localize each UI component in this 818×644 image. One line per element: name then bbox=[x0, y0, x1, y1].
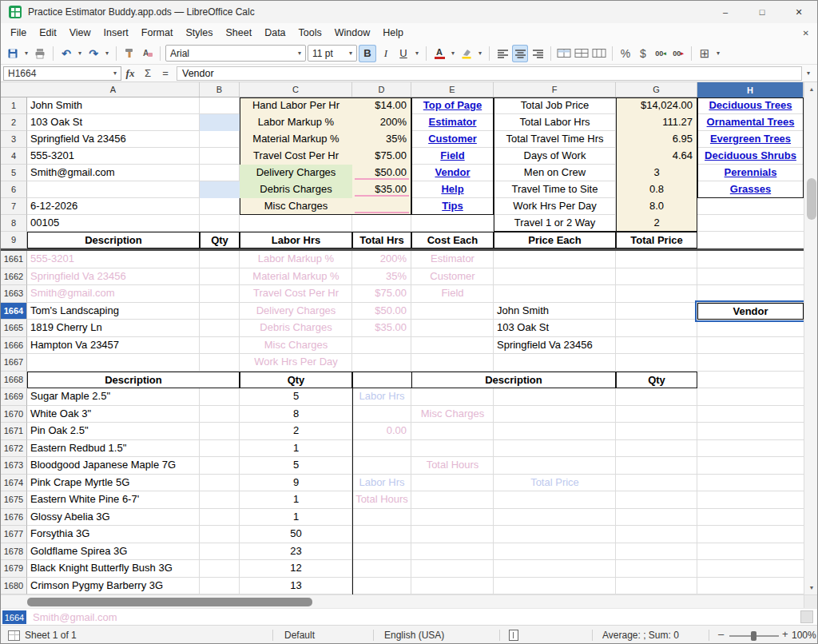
link-E3[interactable]: Customer bbox=[411, 131, 494, 148]
cell-A1666[interactable]: Hampton Va 23457 bbox=[27, 337, 200, 355]
cell-A1680[interactable]: Crimson Pygmy Barberry 3G bbox=[27, 578, 200, 595]
row-header-1663[interactable]: 1663 bbox=[1, 285, 27, 303]
minimize-button[interactable]: – bbox=[707, 1, 744, 23]
close-document-icon[interactable]: ✕ bbox=[803, 29, 809, 38]
cell-D4[interactable]: $75.00 bbox=[352, 148, 411, 165]
cell-C7[interactable]: Misc Charges bbox=[240, 198, 352, 215]
row-header-1675[interactable]: 1675 bbox=[1, 491, 27, 509]
borders-button[interactable]: ⊞ bbox=[697, 45, 713, 62]
cell-C5[interactable]: Delivery Charges bbox=[240, 165, 352, 181]
row-header-3[interactable]: 3 bbox=[1, 131, 27, 148]
cell-E1668[interactable]: Description bbox=[411, 372, 616, 389]
cell-F1[interactable]: Total Job Price bbox=[494, 97, 616, 114]
row-header-2[interactable]: 2 bbox=[1, 114, 27, 131]
highlight-color-button[interactable] bbox=[459, 45, 475, 62]
cell-F3[interactable]: Total Travel Time Hrs bbox=[494, 131, 616, 148]
row-header-1676[interactable]: 1676 bbox=[1, 509, 27, 527]
cell-F4[interactable]: Days of Work bbox=[494, 148, 616, 165]
name-box[interactable]: H1664 ▾ bbox=[3, 66, 121, 81]
zoom-slider-thumb[interactable] bbox=[751, 631, 756, 641]
cell-A1665[interactable]: 1819 Cherry Ln bbox=[27, 320, 200, 337]
underline-dropdown[interactable]: ▾ bbox=[413, 45, 421, 62]
row-header-1672[interactable]: 1672 bbox=[1, 440, 27, 458]
equals-button[interactable]: = bbox=[157, 67, 174, 79]
cell-A2[interactable]: 103 Oak St bbox=[27, 114, 200, 131]
link-E4[interactable]: Field bbox=[411, 148, 494, 165]
bold-button[interactable]: B bbox=[359, 45, 376, 62]
cell-D9[interactable]: Total Hrs bbox=[352, 232, 411, 248]
insert-mode-icon[interactable] bbox=[509, 630, 518, 641]
cell-G7[interactable]: 8.0 bbox=[616, 198, 697, 215]
row-header-1667[interactable]: 1667 bbox=[1, 354, 27, 372]
link-E5[interactable]: Vendor bbox=[411, 165, 494, 181]
cell-D2[interactable]: 200% bbox=[352, 114, 411, 131]
menu-item-window[interactable]: Window bbox=[328, 25, 376, 41]
cell-C1677[interactable]: 50 bbox=[240, 526, 352, 543]
cell-C1678[interactable]: 23 bbox=[240, 543, 352, 561]
align-center-button[interactable] bbox=[512, 45, 528, 62]
cell-C1672[interactable]: 1 bbox=[240, 440, 352, 458]
horizontal-scrollbar-thumb[interactable] bbox=[27, 598, 312, 606]
cell-F1666[interactable]: Springfield Va 23456 bbox=[494, 337, 616, 355]
expand-formula-bar-icon[interactable]: ▾ bbox=[802, 70, 815, 77]
cell-F9[interactable]: Price Each bbox=[494, 232, 616, 248]
highlight-color-dropdown[interactable]: ▾ bbox=[476, 45, 484, 62]
menu-item-edit[interactable]: Edit bbox=[33, 25, 63, 41]
merge-cells-button[interactable] bbox=[556, 45, 572, 62]
merge-center-button[interactable] bbox=[574, 45, 590, 62]
horizontal-scrollbar[interactable] bbox=[1, 594, 804, 608]
font-size-combobox[interactable]: 11 pt ▾ bbox=[308, 45, 357, 62]
cell-C1668[interactable]: Qty bbox=[240, 372, 352, 389]
cell-A4[interactable]: 555-3201 bbox=[27, 148, 200, 165]
format-currency-button[interactable]: $ bbox=[635, 45, 651, 62]
cell-C1671[interactable]: 2 bbox=[240, 423, 352, 440]
row-header-1673[interactable]: 1673 bbox=[1, 457, 27, 475]
clear-formatting-button[interactable]: A bbox=[139, 45, 155, 62]
link-E7[interactable]: Tips bbox=[411, 198, 494, 215]
save-dropdown[interactable]: ▾ bbox=[22, 45, 30, 62]
chevron-down-icon[interactable]: ▾ bbox=[113, 70, 117, 77]
row-header-1680[interactable]: 1680 bbox=[1, 578, 27, 595]
cell-A3[interactable]: Springfield Va 23456 bbox=[27, 131, 200, 148]
cell-C1673[interactable]: 5 bbox=[240, 457, 352, 475]
sum-button[interactable]: Σ bbox=[139, 67, 157, 79]
zoom-in-icon[interactable]: + bbox=[782, 628, 788, 640]
cell-F6[interactable]: Travel Time to Site bbox=[494, 181, 616, 198]
align-right-button[interactable] bbox=[530, 45, 546, 62]
cell-A1678[interactable]: Goldflame Spirea 3G bbox=[27, 543, 200, 561]
column-header-F[interactable]: F bbox=[494, 82, 616, 97]
formula-input[interactable]: Vendor bbox=[177, 66, 802, 81]
column-header-E[interactable]: E bbox=[411, 82, 494, 97]
row-header-1666[interactable]: 1666 bbox=[1, 337, 27, 355]
cell-A1664[interactable]: Tom's Landscaping bbox=[27, 303, 200, 320]
cell-A1675[interactable]: Eastern White Pine 6-7' bbox=[27, 491, 200, 509]
column-header-D[interactable]: D bbox=[352, 82, 411, 97]
cell-C1669[interactable]: 5 bbox=[240, 388, 352, 406]
column-header-H[interactable]: H bbox=[697, 82, 804, 97]
cell-C1676[interactable]: 1 bbox=[240, 509, 352, 527]
cell-C1675[interactable]: 1 bbox=[240, 491, 352, 509]
tab-scroll-button[interactable] bbox=[800, 610, 813, 623]
row-header-1674[interactable]: 1674 bbox=[1, 475, 27, 492]
cell-A1672[interactable]: Eastern Redbud 1.5" bbox=[27, 440, 200, 458]
undo-button[interactable]: ↶ bbox=[58, 45, 74, 62]
page-style[interactable]: Default bbox=[284, 630, 315, 641]
row-header-4[interactable]: 4 bbox=[1, 148, 27, 165]
font-color-dropdown[interactable]: ▾ bbox=[449, 45, 457, 62]
row-header-5[interactable]: 5 bbox=[1, 165, 27, 181]
format-percent-button[interactable]: % bbox=[617, 45, 633, 62]
cell-C2[interactable]: Labor Markup % bbox=[240, 114, 352, 131]
cell-G8[interactable]: 2 bbox=[616, 215, 697, 232]
cell-G5[interactable]: 3 bbox=[616, 165, 697, 181]
cell-G4[interactable]: 4.64 bbox=[616, 148, 697, 165]
cell-A1670[interactable]: White Oak 3" bbox=[27, 406, 200, 423]
close-button[interactable]: ✕ bbox=[780, 1, 817, 23]
align-left-button[interactable] bbox=[494, 45, 510, 62]
row-header-1677[interactable]: 1677 bbox=[1, 526, 27, 543]
menu-item-view[interactable]: View bbox=[63, 25, 97, 41]
save-button[interactable] bbox=[5, 45, 21, 62]
cell-A5[interactable]: Smith@gmail.com bbox=[27, 165, 200, 181]
link-E1[interactable]: Top of Page bbox=[411, 97, 494, 114]
row-header-1662[interactable]: 1662 bbox=[1, 268, 27, 286]
row-header-1664[interactable]: 1664 bbox=[1, 303, 27, 320]
